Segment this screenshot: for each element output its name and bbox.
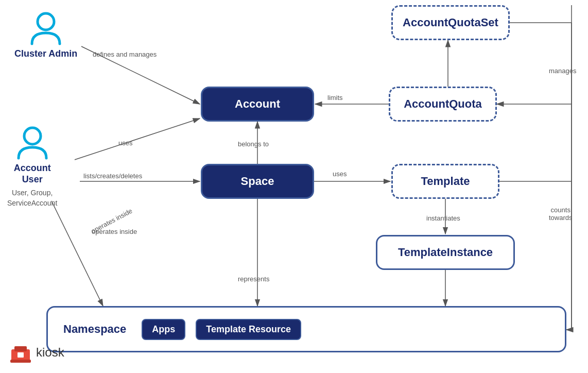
namespace-node: Namespace Apps Template Resource (46, 306, 566, 352)
edge-label-uses: uses (118, 139, 132, 147)
template-node: Template (391, 164, 499, 199)
edge-label-represents: represents (238, 275, 269, 283)
svg-rect-27 (10, 360, 31, 363)
account-user-sublabel: User, Group,ServiceAccount (7, 188, 57, 208)
diagram-container: Cluster Admin AccountUser User, Group,Se… (0, 0, 588, 373)
space-node: Space (201, 164, 314, 199)
cluster-admin-label: Cluster Admin (14, 48, 77, 60)
account-quota-set-node: AccountQuotaSet (391, 5, 510, 40)
edge-label-limits: limits (327, 94, 343, 101)
apps-badge: Apps (142, 319, 185, 340)
svg-rect-25 (14, 346, 27, 351)
namespace-label: Namespace (63, 323, 126, 336)
kiosk-text: kiosk (36, 345, 64, 360)
svg-rect-26 (18, 352, 24, 358)
svg-line-13 (75, 118, 200, 160)
account-quota-node: AccountQuota (389, 87, 497, 122)
account-user-label: AccountUser (14, 163, 51, 185)
kiosk-icon (10, 342, 31, 363)
account-user-icon (14, 125, 50, 161)
svg-point-23 (24, 128, 41, 144)
edge-label-uses-space: uses (333, 170, 347, 178)
template-instance-node: TemplateInstance (376, 235, 515, 270)
svg-line-14 (51, 201, 103, 306)
cluster-admin-actor: Cluster Admin (14, 10, 77, 60)
edge-label-instantiates: instantiates (426, 214, 460, 222)
edge-label-counts: countstowards (549, 206, 573, 222)
account-user-actor: AccountUser User, Group,ServiceAccount (7, 125, 57, 208)
kiosk-logo: kiosk (10, 342, 64, 363)
account-node: Account (201, 87, 314, 122)
edge-label-defines: defines and manages (93, 50, 157, 58)
edge-label-lists: lists/creates/deletes (83, 172, 142, 180)
edge-label-belongs: belongs to (238, 140, 269, 148)
edge-label-manages: manages (549, 67, 576, 75)
svg-point-22 (38, 13, 54, 30)
template-resource-badge: Template Resource (196, 319, 301, 340)
cluster-admin-icon (28, 10, 64, 46)
